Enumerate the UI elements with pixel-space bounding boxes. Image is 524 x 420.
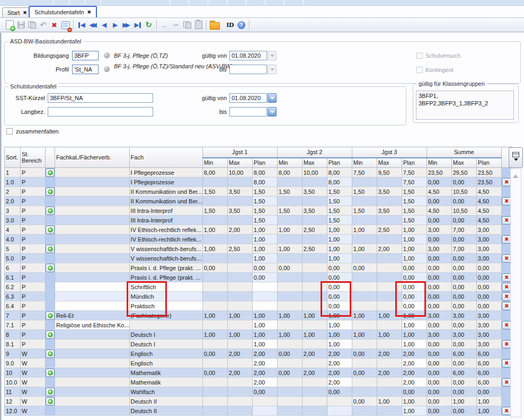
sst-valid-from-field[interactable]: 01.08.2020 — [229, 93, 267, 103]
back-button[interactable]: ← — [159, 20, 171, 31]
cell-jgst2-plan[interactable]: 8,00 — [327, 177, 352, 187]
sst-valid-to-dropdown[interactable] — [268, 107, 277, 117]
basis-valid-from-field[interactable]: 01.08.2020 — [229, 51, 267, 60]
cell-jgst1-plan[interactable] — [252, 406, 277, 416]
add-subrow-button[interactable]: + — [46, 226, 55, 234]
bildungsgang-field[interactable]: 3BFP — [72, 51, 99, 60]
cell-fachkat[interactable] — [55, 292, 130, 301]
cell-jgst1-plan[interactable]: 2,00 — [252, 378, 277, 387]
cell-jgst1-plan[interactable]: 1,00 — [252, 235, 277, 244]
add-subrow-button[interactable]: + — [46, 245, 55, 253]
sst-kuerzel-field[interactable]: 3BFP/St_NA — [48, 93, 153, 103]
cell-jgst1-max: 3,50 — [227, 187, 252, 196]
add-subrow-button[interactable]: + — [46, 388, 55, 396]
nav-fast-prev-button[interactable]: ◀◀ — [87, 20, 99, 31]
basis-valid-to-field[interactable] — [229, 65, 267, 74]
sst-valid-from-dropdown[interactable] — [268, 93, 277, 103]
cell-jgst2-plan[interactable]: 1,00 — [327, 339, 352, 349]
cell-jgst2-plan[interactable]: 1,00 — [327, 235, 352, 244]
cell-fachkat[interactable]: Religiöse und Ethische Ko... — [55, 320, 130, 330]
cell-jgst1-plan[interactable]: 1,00 — [252, 254, 277, 263]
cell-jgst1-plan[interactable]: 1,00 — [252, 339, 277, 349]
new-record-button[interactable]: + — [4, 20, 15, 31]
cell-jgst1-min — [202, 301, 227, 311]
cell-jgst1-plan[interactable]: 1,50 — [252, 196, 277, 206]
cell-fachkat — [55, 339, 130, 349]
cell-jgst3-plan[interactable]: 1,50 — [402, 196, 427, 206]
tab-start[interactable]: Start ✖ — [2, 7, 32, 17]
cell-jgst3-plan[interactable]: 1,00 — [402, 254, 427, 263]
cell-jgst2-plan[interactable]: 1,50 — [327, 196, 352, 206]
cell-jgst1-plan[interactable]: 2,00 — [252, 359, 277, 368]
help-button[interactable]: ? — [236, 20, 247, 31]
add-subrow-button[interactable]: + — [46, 207, 55, 215]
discard-table-button[interactable]: − — [60, 20, 71, 31]
tab-close-icon[interactable]: ✖ — [23, 11, 27, 15]
cell-jgst3-plan[interactable]: 1,00 — [402, 339, 427, 349]
add-subrow-button[interactable]: + — [46, 311, 55, 320]
cell-summe-max: 0,00 — [451, 196, 476, 206]
add-subrow-button[interactable]: + — [46, 187, 55, 196]
copy-button[interactable] — [182, 20, 193, 31]
nav-fast-next-button[interactable]: ▶▶ — [121, 20, 132, 31]
cell-jgst3-max: 2,00 — [377, 368, 402, 378]
cell-jgst1-plan[interactable] — [252, 301, 277, 311]
cell-jgst2-plan[interactable]: 2,00 — [327, 378, 352, 387]
add-subrow-button[interactable]: + — [46, 350, 55, 358]
langbez-field[interactable] — [48, 107, 153, 117]
cell-jgst3-plan[interactable]: 2,00 — [402, 378, 427, 387]
info-icon — [104, 52, 110, 58]
cell-sort: 9 — [5, 349, 21, 359]
cell-jgst3-plan[interactable]: 1,00 — [402, 406, 427, 416]
paste-button[interactable] — [193, 20, 204, 31]
kontingent-label: Kontingent — [425, 67, 454, 73]
cell-jgst1-plan[interactable]: 0,00 — [252, 273, 277, 282]
cell-jgst3-plan[interactable]: 7,50 — [402, 177, 427, 187]
add-subrow-button[interactable]: + — [46, 264, 55, 272]
vertical-scrollbar[interactable] — [510, 168, 521, 417]
profil-field[interactable]: 'St_NA — [72, 65, 99, 74]
cell-jgst2-plan[interactable]: 2,00 — [327, 359, 352, 368]
tab-schulstundentafeln[interactable]: Schulstundentafeln ✖ — [29, 6, 97, 17]
nav-last-button[interactable]: ▶ — [132, 20, 143, 31]
add-subrow-button[interactable]: + — [46, 397, 55, 406]
tab-close-icon[interactable]: ✖ — [87, 10, 92, 15]
nav-next-button[interactable]: ▶ — [110, 20, 121, 31]
cell-jgst2-plan[interactable]: 1,00 — [327, 254, 352, 263]
cell-jgst1-plan[interactable] — [252, 282, 277, 292]
cell-jgst1-plan[interactable] — [252, 292, 277, 301]
cell-jgst2-plan[interactable] — [327, 406, 352, 416]
copy-record-button[interactable] — [26, 20, 38, 31]
cell-jgst3-plan[interactable]: 1,00 — [402, 320, 427, 330]
plus-icon: + — [48, 370, 53, 376]
cell-jgst2-plan[interactable]: 0,00 — [327, 273, 352, 282]
cell-jgst3-plan[interactable]: 1,00 — [402, 235, 427, 244]
add-subrow-button[interactable]: + — [46, 168, 55, 177]
nav-first-button[interactable]: ◀ — [76, 20, 87, 31]
cell-jgst2-min: 0,00 — [277, 368, 302, 378]
open-folder-button[interactable] — [209, 20, 220, 31]
cell-jgst1-plan[interactable]: 8,00 — [252, 177, 277, 187]
id-button[interactable]: ID — [225, 20, 236, 31]
cell-jgst1-plan[interactable]: 1,50 — [252, 216, 277, 225]
refresh-button[interactable]: ↻ — [143, 20, 154, 31]
cell-fachkat[interactable] — [55, 301, 130, 311]
cell-jgst3-plan[interactable]: 1,50 — [402, 216, 427, 225]
nav-prev-button[interactable]: ◀ — [99, 20, 110, 31]
undo-button[interactable]: ↶ — [38, 20, 49, 31]
toolbar-separator — [206, 20, 207, 30]
save-button[interactable] — [15, 20, 26, 31]
add-subrow-button[interactable]: + — [46, 369, 55, 377]
cell-jgst2-plan[interactable]: 1,00 — [327, 320, 352, 330]
add-subrow-button[interactable]: + — [46, 330, 55, 339]
cell-fachkat[interactable] — [55, 282, 130, 292]
column-picker-button[interactable] — [509, 147, 523, 168]
cell-jgst3-plan[interactable]: 2,00 — [402, 359, 427, 368]
cell-jgst3-plan[interactable]: 0,00 — [402, 273, 427, 282]
cell-jgst2-plan[interactable]: 1,50 — [327, 216, 352, 225]
cell-jgst1-plan[interactable]: 1,00 — [252, 320, 277, 330]
cut-button[interactable]: ✂ — [171, 20, 182, 31]
sst-valid-to-field[interactable] — [229, 107, 267, 117]
zusammenfalten-checkbox[interactable] — [6, 128, 13, 135]
delete-record-button[interactable]: ✖ — [49, 20, 60, 31]
